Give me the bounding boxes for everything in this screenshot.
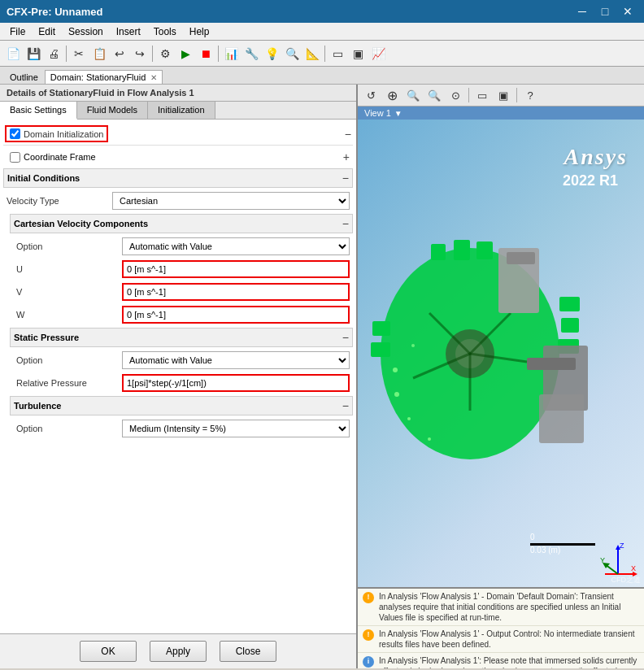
print-button[interactable]: 🖨 bbox=[44, 44, 63, 63]
relative-pressure-row: Relative Pressure bbox=[3, 372, 353, 394]
maximize-button[interactable]: □ bbox=[595, 3, 615, 20]
toolbar-sep-3 bbox=[218, 46, 219, 62]
static-option-row: Option Automatic with Value bbox=[3, 349, 353, 372]
turbulence-toggle[interactable]: − bbox=[342, 399, 349, 412]
button-row: OK Apply Close bbox=[0, 633, 356, 668]
close-panel-button[interactable]: Close bbox=[220, 641, 276, 662]
initial-conditions-toggle[interactable]: − bbox=[342, 172, 349, 185]
left-panel: Details of StationaryFluid in Flow Analy… bbox=[0, 85, 358, 668]
menu-tools[interactable]: Tools bbox=[147, 24, 183, 39]
menu-insert[interactable]: Insert bbox=[110, 24, 147, 39]
svg-rect-3 bbox=[431, 244, 446, 260]
details-prefix: Details of bbox=[7, 88, 50, 98]
turb-option-label: Option bbox=[16, 424, 122, 433]
run-button[interactable]: ▶ bbox=[176, 44, 195, 63]
domain-tab-close[interactable]: ✕ bbox=[150, 73, 157, 82]
viewport[interactable]: Ansys 2022 R1 bbox=[358, 120, 644, 587]
turbulence-header[interactable]: Turbulence − bbox=[10, 396, 353, 415]
coord-frame-toggle[interactable]: + bbox=[343, 150, 350, 163]
w-label: W bbox=[16, 310, 122, 320]
message-text-0: In Analysis 'Flow Analysis 1' - Domain '… bbox=[379, 591, 639, 623]
new-button[interactable]: 📄 bbox=[3, 44, 23, 63]
domain-init-checkbox[interactable] bbox=[10, 128, 20, 139]
scale-bar: 0 0.03 (m) bbox=[530, 533, 595, 555]
relative-pressure-input[interactable] bbox=[122, 374, 350, 392]
undo-button[interactable]: ↩ bbox=[110, 44, 129, 63]
cut-button[interactable]: ✂ bbox=[69, 44, 89, 63]
domain-tab[interactable]: Domain: StationaryFluid ✕ bbox=[45, 70, 163, 84]
coord-frame-label[interactable]: Coordinate Frame bbox=[24, 152, 96, 162]
view-arrow-icon[interactable]: ▼ bbox=[394, 109, 402, 118]
measure-button[interactable]: 📐 bbox=[302, 44, 322, 63]
u-row: U bbox=[3, 258, 353, 281]
static-option-label: Option bbox=[16, 355, 122, 365]
menu-help[interactable]: Help bbox=[183, 24, 216, 39]
zoom-fit-button[interactable]: 🔍 bbox=[403, 86, 423, 104]
zoom-in-button[interactable]: ⊕ bbox=[382, 86, 402, 104]
help-view-button[interactable]: ? bbox=[520, 86, 540, 104]
tab-fluid-models[interactable]: Fluid Models bbox=[77, 102, 148, 119]
outline-tab[interactable]: Outline bbox=[3, 71, 45, 84]
v-input[interactable] bbox=[122, 283, 350, 301]
v-label: V bbox=[16, 287, 122, 297]
option-select[interactable]: Automatic with Value bbox=[122, 237, 350, 255]
static-pressure-toggle[interactable]: − bbox=[342, 331, 349, 344]
message-item-1: ! In Analysis 'Flow Analysis 1' - Output… bbox=[358, 626, 644, 653]
turbulence-label: Turbulence bbox=[14, 401, 342, 411]
svg-rect-2 bbox=[476, 241, 493, 259]
apply-button[interactable]: Apply bbox=[150, 641, 207, 662]
view-solid-button[interactable]: ▣ bbox=[494, 86, 513, 104]
tab-basic-settings[interactable]: Basic Settings bbox=[0, 102, 77, 120]
stop-button[interactable]: ⏹ bbox=[196, 44, 215, 63]
view2d-button[interactable]: ▭ bbox=[328, 44, 347, 63]
cartesian-velocity-toggle[interactable]: − bbox=[342, 217, 349, 230]
static-pressure-header[interactable]: Static Pressure − bbox=[10, 328, 353, 347]
domain-init-label[interactable]: Domain Initialization bbox=[24, 129, 103, 139]
menu-file[interactable]: File bbox=[3, 24, 32, 39]
message-panel: ! In Analysis 'Flow Analysis 1' - Domain… bbox=[358, 587, 644, 668]
zoom-out-button[interactable]: 🔍 bbox=[424, 86, 444, 104]
message-item-0: ! In Analysis 'Flow Analysis 1' - Domain… bbox=[358, 589, 644, 626]
cartesian-velocity-label: Cartesian Velocity Components bbox=[14, 219, 342, 228]
outline-tabs: Outline Domain: StationaryFluid ✕ bbox=[0, 67, 644, 85]
velocity-type-select[interactable]: Cartesian bbox=[112, 192, 350, 210]
tool-button[interactable]: 🔧 bbox=[242, 44, 261, 63]
svg-text:Z: Z bbox=[620, 542, 624, 550]
menu-edit[interactable]: Edit bbox=[32, 24, 62, 39]
analytics-button[interactable]: 📈 bbox=[368, 44, 388, 63]
ansys-logo: Ansys bbox=[564, 144, 628, 170]
turb-option-select[interactable]: Medium (Intensity = 5%) bbox=[122, 420, 350, 437]
domain-init-toggle[interactable]: − bbox=[345, 128, 351, 141]
ok-button[interactable]: OK bbox=[80, 641, 137, 662]
menu-session[interactable]: Session bbox=[62, 24, 110, 39]
u-input[interactable] bbox=[122, 260, 350, 278]
minimize-button[interactable]: ─ bbox=[572, 3, 592, 20]
chart-button[interactable]: 📊 bbox=[221, 44, 241, 63]
static-option-select[interactable]: Automatic with Value bbox=[122, 351, 350, 369]
svg-rect-20 bbox=[507, 252, 535, 264]
window-controls: ─ □ ✕ bbox=[572, 3, 637, 20]
rotate-button[interactable]: ↺ bbox=[361, 86, 381, 104]
toolbar-sep-2 bbox=[152, 46, 153, 62]
view-box-button[interactable]: ▭ bbox=[472, 86, 492, 104]
settings-button[interactable]: ⚙ bbox=[155, 44, 175, 63]
search-button[interactable]: 🔍 bbox=[282, 44, 302, 63]
copy-button[interactable]: 📋 bbox=[89, 44, 109, 63]
light-button[interactable]: 💡 bbox=[262, 44, 281, 63]
coord-frame-checkbox[interactable] bbox=[10, 152, 20, 163]
view3d-button[interactable]: ▣ bbox=[348, 44, 368, 63]
tab-initialization[interactable]: Initialization bbox=[148, 102, 215, 119]
cartesian-velocity-header[interactable]: Cartesian Velocity Components − bbox=[10, 214, 353, 233]
svg-rect-7 bbox=[372, 321, 390, 336]
velocity-type-control: Cartesian bbox=[112, 192, 350, 210]
initial-conditions-label: Initial Conditions bbox=[7, 173, 342, 183]
initial-conditions-header[interactable]: Initial Conditions − bbox=[3, 168, 353, 188]
save-button[interactable]: 💾 bbox=[24, 44, 43, 63]
info-icon-2: i bbox=[363, 656, 374, 668]
svg-point-23 bbox=[428, 437, 431, 441]
zoom-all-button[interactable]: ⊙ bbox=[446, 86, 465, 104]
w-input[interactable] bbox=[122, 306, 350, 324]
close-button[interactable]: ✕ bbox=[618, 3, 637, 20]
toolbar-sep-1 bbox=[66, 46, 67, 62]
redo-button[interactable]: ↪ bbox=[130, 44, 150, 63]
